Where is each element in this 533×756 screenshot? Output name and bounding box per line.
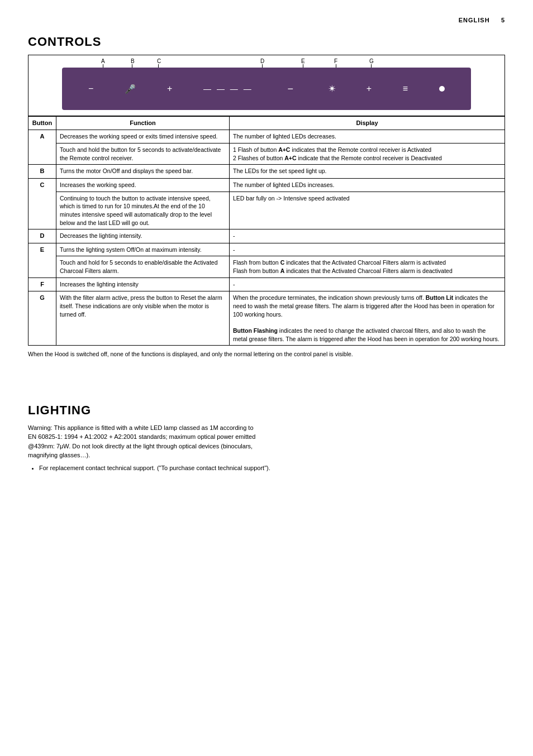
table-row: G With the filter alarm active, press th… [28,291,505,346]
table-row: E Turns the lighting system Off/On at ma… [28,243,505,256]
panel-sep: − [288,83,294,95]
language-label: ENGLISH [459,17,490,23]
func-c-2: Continuing to touch the button to activa… [56,192,230,229]
disp-e-1: - [230,243,505,256]
btn-b: B [28,165,56,178]
btn-f: F [28,277,56,291]
controls-footnote: When the Hood is switched off, none of t… [28,350,505,358]
lighting-title: LIGHTING [28,403,505,418]
controls-section: CONTROLS A B C D E F G − 🎤 + — — — — − ✴… [28,35,505,358]
func-e-2: Touch and hold for 5 seconds to enable/d… [56,256,230,277]
disp-e-2: Flash from button C indicates that the A… [230,256,505,277]
diagram-label-f: F [334,58,337,64]
panel-sun: ✴ [328,83,336,95]
diagram-label-g: G [369,58,374,64]
func-c-1: Increases the working speed. [56,178,230,192]
diagram-label-a: A [101,58,105,64]
panel-dashes: — — — — [203,84,253,93]
controls-table: Button Function Display A Decreases the … [28,116,505,346]
func-f: Increases the lighting intensity [56,277,230,291]
table-row: Touch and hold for 5 seconds to enable/d… [28,256,505,277]
panel-mic: 🎤 [125,84,137,94]
func-b: Turns the motor On/Off and displays the … [56,165,230,178]
disp-c-2: LED bar fully on -> Intensive speed acti… [230,192,505,229]
func-a-1: Decreases the working speed or exits tim… [56,130,230,143]
table-row: C Increases the working speed. The numbe… [28,178,505,192]
disp-f: - [230,277,505,291]
func-a-2: Touch and hold the button for 5 seconds … [56,143,230,165]
func-e-1: Turns the lighting system Off/On at maxi… [56,243,230,256]
control-panel-diagram: A B C D E F G − 🎤 + — — — — − ✴ + ≡ [28,55,505,116]
diagram-label-b: B [131,58,135,64]
table-row: D Decreases the lighting intensity. - [28,229,505,243]
disp-a-2: 1 Flash of button A+C indicates that the… [230,143,505,165]
header-display: Display [230,117,505,130]
table-row: Touch and hold the button for 5 seconds … [28,143,505,165]
diagram-label-c: C [157,58,161,64]
disp-d: - [230,229,505,243]
lighting-description: Warning: This appliance is fitted with a… [28,423,263,460]
panel-dot [439,86,445,92]
list-item: For replacement contact technical suppor… [39,463,505,473]
controls-title: CONTROLS [28,35,505,49]
panel-minus-1: − [88,84,94,94]
btn-e: E [28,243,56,277]
btn-a: A [28,130,56,165]
diagram-label-d: D [260,58,264,64]
panel-filter: ≡ [403,84,409,94]
header-function: Function [56,117,230,130]
btn-g: G [28,291,56,346]
panel-plus-1: + [167,84,173,94]
func-g: With the filter alarm active, press the … [56,291,230,346]
panel-inner: − 🎤 + — — — — − ✴ + ≡ [62,68,471,110]
btn-c: C [28,178,56,229]
disp-a-1: The number of lighted LEDs decreases. [230,130,505,143]
page-number: 5 [501,17,505,23]
panel-plus-2: + [367,84,373,94]
btn-d: D [28,229,56,243]
diagram-label-e: E [301,58,305,64]
func-d: Decreases the lighting intensity. [56,229,230,243]
table-row: B Turns the motor On/Off and displays th… [28,165,505,178]
page-header: ENGLISH 5 [28,17,505,23]
table-row: F Increases the lighting intensity - [28,277,505,291]
disp-g: When the procedure terminates, the indic… [230,291,505,346]
header-button: Button [28,117,56,130]
lighting-section: LIGHTING Warning: This appliance is fitt… [28,403,505,473]
lighting-list: For replacement contact technical suppor… [34,463,505,473]
table-row: Continuing to touch the button to activa… [28,192,505,229]
disp-b: The LEDs for the set speed light up. [230,165,505,178]
disp-c-1: The number of lighted LEDs increases. [230,178,505,192]
table-row: A Decreases the working speed or exits t… [28,130,505,143]
